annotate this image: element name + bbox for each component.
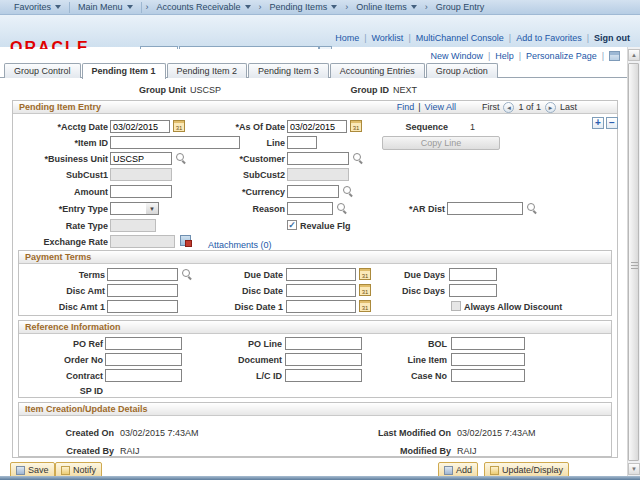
page-layout-icon[interactable] <box>609 51 620 61</box>
chevron-down-icon[interactable] <box>146 202 159 215</box>
multichannel-console-link[interactable]: MultiChannel Console <box>416 33 504 43</box>
acctg-date-input[interactable] <box>110 120 170 133</box>
divider: | <box>509 33 511 43</box>
bol-label: BOL <box>355 339 447 349</box>
line-item-input[interactable] <box>451 353 525 366</box>
po-line-label: PO Line <box>185 339 282 349</box>
ar-dist-input[interactable] <box>447 202 523 215</box>
lookup-icon[interactable] <box>343 186 354 197</box>
revalue-flg-checkbox[interactable] <box>287 220 297 230</box>
lc-id-input[interactable] <box>285 369 362 382</box>
add-row-button[interactable]: + <box>592 117 604 129</box>
disc-amt-1-input[interactable] <box>107 300 178 313</box>
item-creation-header: Item Creation/Update Details <box>19 403 611 416</box>
update-display-label: Update/Display <box>502 465 563 475</box>
worklist-link[interactable]: Worklist <box>372 33 404 43</box>
breadcrumb-favorites[interactable]: Favorites <box>8 2 67 12</box>
lookup-icon[interactable] <box>337 203 348 214</box>
calendar-icon[interactable] <box>359 300 371 312</box>
chevron-down-icon <box>127 5 133 9</box>
always-allow-discount-checkbox <box>451 301 461 311</box>
contract-input[interactable] <box>105 369 182 382</box>
home-link[interactable]: Home <box>335 33 359 43</box>
reason-input[interactable] <box>287 202 333 215</box>
add-to-favorites-link[interactable]: Add to Favorites <box>516 33 582 43</box>
amount-input[interactable] <box>110 185 172 198</box>
subcust1-input <box>110 168 172 181</box>
payment-terms-header: Payment Terms <box>19 251 611 264</box>
help-link[interactable]: Help <box>495 51 514 61</box>
breadcrumb-group-entry[interactable]: Group Entry <box>430 2 491 12</box>
disc-amt-input[interactable] <box>107 284 178 297</box>
breadcrumb-label: Group Entry <box>436 2 485 12</box>
customer-input[interactable] <box>287 152 349 165</box>
tab-group-action[interactable]: Group Action <box>426 63 498 78</box>
as-of-date-input[interactable] <box>287 120 347 133</box>
business-unit-input[interactable] <box>110 152 172 165</box>
breadcrumb-online-items[interactable]: Online Items <box>350 2 423 12</box>
view-all-link[interactable]: View All <box>425 102 456 112</box>
tab-pending-item-3[interactable]: Pending Item 3 <box>248 63 329 78</box>
breadcrumb-pending-items[interactable]: Pending Items <box>264 2 344 12</box>
disc-date-1-input[interactable] <box>286 300 356 313</box>
disc-date-input[interactable] <box>286 284 356 297</box>
case-no-input[interactable] <box>451 369 525 382</box>
tab-group-control[interactable]: Group Control <box>4 63 81 78</box>
lookup-icon[interactable] <box>527 203 538 214</box>
po-ref-input[interactable] <box>105 337 182 350</box>
scrollbar-thumb[interactable] <box>628 63 639 461</box>
item-id-input[interactable] <box>110 136 240 149</box>
previous-row-icon[interactable] <box>503 102 514 113</box>
currency-input[interactable] <box>287 185 339 198</box>
sequence-value: 1 <box>470 122 475 132</box>
entry-type-select[interactable] <box>110 202 147 215</box>
personalize-page-link[interactable]: Personalize Page <box>526 51 597 61</box>
due-date-input[interactable] <box>286 268 356 281</box>
customer-label: *Customer <box>180 154 285 164</box>
sign-out-link[interactable]: Sign out <box>594 33 630 43</box>
save-disk-icon <box>16 466 25 475</box>
divider: | <box>418 102 420 112</box>
rate-type-label: Rate Type <box>14 221 108 231</box>
rate-detail-icon[interactable] <box>180 235 191 246</box>
due-days-input[interactable] <box>449 268 497 281</box>
disc-days-input[interactable] <box>449 284 497 297</box>
divider <box>141 2 142 13</box>
tab-pending-item-2[interactable]: Pending Item 2 <box>167 63 248 78</box>
order-no-label: Order No <box>14 355 103 365</box>
breadcrumb-label: Main Menu <box>78 2 123 12</box>
new-window-link[interactable]: New Window <box>430 51 483 61</box>
acctg-date-label: *Acctg Date <box>14 122 108 132</box>
sequence-label: Sequence <box>390 122 448 132</box>
breadcrumb-main-menu[interactable]: Main Menu <box>72 2 139 12</box>
row-position: 1 of 1 <box>518 102 541 112</box>
disc-amt-label: Disc Amt <box>14 286 105 296</box>
section-title: Reference Information <box>25 322 121 332</box>
attachments-link[interactable]: Attachments (0) <box>208 240 272 250</box>
divider: | <box>408 33 410 43</box>
tab-accounting-entries[interactable]: Accounting Entries <box>330 63 425 78</box>
scroll-down-icon[interactable]: ▼ <box>628 463 640 475</box>
subcust2-label: SubCust2 <box>180 170 285 180</box>
order-no-input[interactable] <box>105 353 182 366</box>
delete-row-button[interactable]: − <box>606 117 618 129</box>
subcust1-label: SubCust1 <box>14 170 108 180</box>
bol-input[interactable] <box>451 337 525 350</box>
created-by-label: Created By <box>14 446 114 456</box>
breadcrumb: Favorites Main Menu › Accounts Receivabl… <box>0 0 640 15</box>
line-input[interactable] <box>287 136 317 149</box>
next-row-icon[interactable] <box>545 102 556 113</box>
lookup-icon[interactable] <box>353 153 364 164</box>
terms-input[interactable] <box>107 268 178 281</box>
breadcrumb-accounts-receivable[interactable]: Accounts Receivable <box>151 2 257 12</box>
scrollbar-grip <box>631 262 638 269</box>
disc-days-label: Disc Days <box>355 286 445 296</box>
document-input[interactable] <box>285 353 362 366</box>
find-link[interactable]: Find <box>397 102 415 112</box>
tab-pending-item-1[interactable]: Pending Item 1 <box>82 63 166 79</box>
item-id-label: *Item ID <box>14 138 108 148</box>
divider: | <box>488 51 490 61</box>
scroll-up-icon[interactable]: ▲ <box>628 49 640 61</box>
po-line-input[interactable] <box>285 337 362 350</box>
calendar-icon[interactable] <box>350 120 362 132</box>
